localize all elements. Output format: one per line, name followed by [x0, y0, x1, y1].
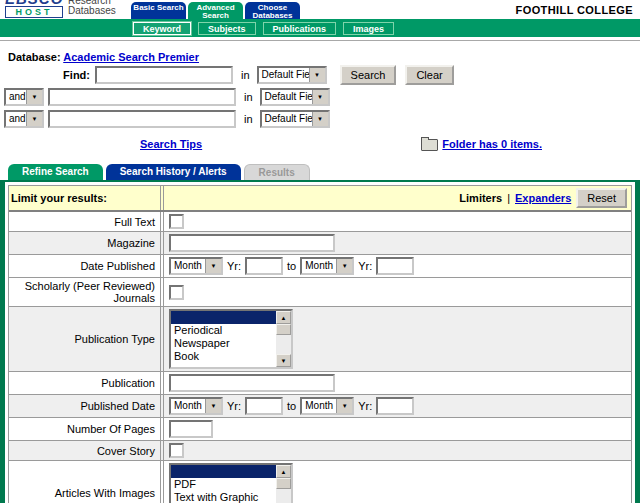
listbox-option[interactable]: Periodical	[171, 324, 276, 337]
scrollbar-track[interactable]	[276, 478, 291, 503]
scroll-up-icon[interactable]: ▲	[276, 465, 291, 478]
field-select-3[interactable]: Default Fields ▼	[260, 110, 330, 128]
listbox-option[interactable]: Newspaper	[171, 337, 276, 350]
date-published-end-month-select[interactable]: Month ▼	[300, 257, 354, 275]
tab-choose-databases[interactable]: Choose Databases	[245, 2, 300, 19]
find-input-3[interactable]	[48, 110, 236, 128]
scroll-down-icon[interactable]: ▼	[276, 354, 291, 367]
to-label: to	[287, 260, 296, 272]
number-of-pages-input[interactable]	[169, 420, 213, 438]
subtab-subjects[interactable]: Subjects	[198, 22, 256, 35]
limit-title: Limit your results:	[9, 186, 161, 210]
tab-refine-search[interactable]: Refine Search	[8, 164, 103, 180]
scrollbar-thumb[interactable]	[276, 478, 291, 489]
published-date-end-month-select[interactable]: Month ▼	[300, 397, 354, 415]
field-select-2[interactable]: Default Fields ▼	[260, 88, 330, 106]
chevron-down-icon[interactable]: ▼	[26, 112, 42, 126]
scrollbar-track[interactable]	[276, 324, 291, 354]
date-published-start-year-input[interactable]	[245, 257, 283, 275]
folder-link[interactable]: Folder has 0 items.	[442, 138, 542, 150]
magazine-input[interactable]	[169, 234, 335, 252]
date-published-start-month-select[interactable]: Month ▼	[169, 257, 223, 275]
cover-story-checkbox[interactable]	[169, 443, 184, 458]
listbox-scrollbar[interactable]: ▲ ▼	[276, 465, 291, 503]
publication-input[interactable]	[169, 374, 335, 392]
result-tab-bar: Refine Search Search History / Alerts Re…	[8, 164, 640, 180]
published-date-end-year-input[interactable]	[376, 397, 414, 415]
date-published-end-year-input[interactable]	[376, 257, 414, 275]
host-logo-text: HOST	[5, 6, 63, 18]
field-select-1-value: Default Fields	[259, 68, 309, 82]
separator: |	[507, 192, 510, 204]
cover-story-label: Cover Story	[9, 441, 161, 460]
in-label-2: in	[244, 91, 253, 103]
ebsco-logo-text: EBSCO	[5, 0, 63, 6]
published-date-start-year-input[interactable]	[245, 397, 283, 415]
listbox-scrollbar[interactable]: ▲ ▼	[276, 311, 291, 367]
month-value: Month	[171, 399, 205, 413]
articles-with-images-label: Articles With Images	[9, 461, 161, 503]
search-button[interactable]: Search	[340, 65, 397, 85]
subtab-keyword[interactable]: Keyword	[133, 22, 191, 35]
tab-search-history-alerts[interactable]: Search History / Alerts	[106, 164, 241, 180]
subtab-publications[interactable]: Publications	[263, 22, 337, 35]
row-publication: Publication	[9, 372, 631, 395]
field-select-2-value: Default Fields	[262, 90, 312, 104]
in-label-1: in	[241, 69, 250, 81]
chevron-down-icon[interactable]: ▼	[26, 90, 42, 104]
clear-button[interactable]: Clear	[405, 65, 453, 85]
chevron-down-icon[interactable]: ▼	[205, 259, 221, 273]
chevron-down-icon[interactable]: ▼	[309, 68, 325, 82]
ebsco-logo[interactable]: EBSCO HOST	[5, 0, 63, 18]
listbox-option[interactable]: Book	[171, 350, 276, 363]
to-label: to	[287, 400, 296, 412]
listbox-selected-option[interactable]	[171, 465, 276, 478]
articles-with-images-listbox[interactable]: PDF Text with Graphic ▲ ▼	[169, 463, 293, 503]
search-tips-link[interactable]: Search Tips	[140, 138, 202, 150]
published-date-start-month-select[interactable]: Month ▼	[169, 397, 223, 415]
find-label: Find:	[4, 69, 95, 81]
scholarly-checkbox[interactable]	[169, 285, 184, 300]
tab-advanced-search[interactable]: Advanced Search	[188, 2, 243, 19]
month-value: Month	[302, 259, 336, 273]
chevron-down-icon[interactable]: ▼	[336, 399, 352, 413]
publication-type-label: Publication Type	[9, 307, 161, 371]
chevron-down-icon[interactable]: ▼	[312, 112, 328, 126]
publication-type-listbox[interactable]: Periodical Newspaper Book ▲ ▼	[169, 309, 293, 369]
tagline-line2: Databases	[68, 6, 116, 16]
articles-with-images-options: PDF Text with Graphic	[171, 465, 276, 503]
tab-results: Results	[244, 164, 310, 180]
chevron-down-icon[interactable]: ▼	[205, 399, 221, 413]
find-input-2[interactable]	[48, 88, 236, 106]
database-line: Database: Academic Search Premier	[8, 51, 640, 63]
full-text-checkbox[interactable]	[169, 214, 184, 229]
operator-select-2[interactable]: and ▼	[4, 110, 44, 128]
chevron-down-icon[interactable]: ▼	[336, 259, 352, 273]
row-published-date: Published Date Month ▼ Yr: to Month ▼ Yr…	[9, 395, 631, 418]
yr-label: Yr:	[227, 260, 241, 272]
expanders-link[interactable]: Expanders	[515, 192, 571, 204]
find-input-1[interactable]	[95, 66, 233, 84]
scroll-up-icon[interactable]: ▲	[276, 311, 291, 324]
yr-label: Yr:	[227, 400, 241, 412]
listbox-option[interactable]: Text with Graphic	[171, 491, 276, 503]
month-value: Month	[302, 399, 336, 413]
listbox-selected-option[interactable]	[171, 311, 276, 324]
subtab-bar: Keyword Subjects Publications Images	[0, 19, 640, 37]
row-scholarly: Scholarly (Peer Reviewed) Journals	[9, 278, 631, 307]
tab-basic-search[interactable]: Basic Search	[131, 2, 186, 19]
subtab-images[interactable]: Images	[343, 22, 394, 35]
chevron-down-icon[interactable]: ▼	[312, 90, 328, 104]
magazine-label: Magazine	[9, 232, 161, 254]
database-name-link[interactable]: Academic Search Premier	[63, 51, 199, 63]
database-label: Database:	[8, 51, 61, 63]
field-select-1[interactable]: Default Fields ▼	[257, 66, 327, 84]
operator-select-1[interactable]: and ▼	[4, 88, 44, 106]
scrollbar-thumb[interactable]	[276, 324, 291, 335]
row-date-published: Date Published Month ▼ Yr: to Month ▼ Yr…	[9, 255, 631, 278]
row-publication-type: Publication Type Periodical Newspaper Bo…	[9, 307, 631, 372]
yr-label: Yr:	[358, 260, 372, 272]
reset-button-top[interactable]: Reset	[576, 188, 627, 208]
listbox-option[interactable]: PDF	[171, 478, 276, 491]
folder-area: Folder has 0 items.	[421, 137, 542, 151]
